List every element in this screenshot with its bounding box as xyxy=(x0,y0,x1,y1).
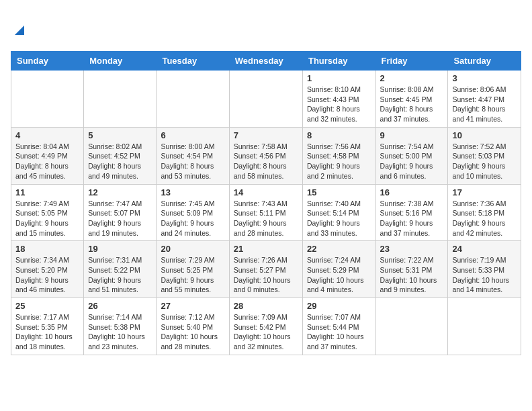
day-info: Sunrise: 8:10 AM Sunset: 4:43 PM Dayligh… xyxy=(307,85,371,124)
day-number: 29 xyxy=(307,301,371,311)
day-number: 2 xyxy=(380,73,444,83)
day-number: 5 xyxy=(88,130,152,140)
calendar-cell: 11Sunrise: 7:49 AM Sunset: 5:05 PM Dayli… xyxy=(11,184,84,241)
day-number: 18 xyxy=(15,244,79,254)
day-info: Sunrise: 7:54 AM Sunset: 5:00 PM Dayligh… xyxy=(380,142,444,181)
page-header xyxy=(11,11,521,46)
calendar-cell: 22Sunrise: 7:24 AM Sunset: 5:29 PM Dayli… xyxy=(302,241,375,298)
calendar-cell: 19Sunrise: 7:31 AM Sunset: 5:22 PM Dayli… xyxy=(84,241,157,298)
day-info: Sunrise: 7:12 AM Sunset: 5:40 PM Dayligh… xyxy=(161,312,224,352)
day-number: 12 xyxy=(88,187,152,197)
day-info: Sunrise: 8:06 AM Sunset: 4:47 PM Dayligh… xyxy=(452,85,517,124)
day-info: Sunrise: 7:58 AM Sunset: 4:56 PM Dayligh… xyxy=(234,142,298,181)
day-number: 19 xyxy=(88,244,152,254)
weekday-header: Monday xyxy=(84,52,157,71)
day-number: 23 xyxy=(380,244,444,254)
calendar-cell: 16Sunrise: 7:38 AM Sunset: 5:16 PM Dayli… xyxy=(375,184,448,241)
calendar-cell: 27Sunrise: 7:12 AM Sunset: 5:40 PM Dayli… xyxy=(157,298,229,355)
calendar-week-row: 25Sunrise: 7:17 AM Sunset: 5:35 PM Dayli… xyxy=(11,298,521,355)
day-info: Sunrise: 7:47 AM Sunset: 5:07 PM Dayligh… xyxy=(88,199,152,238)
calendar-week-row: 1Sunrise: 8:10 AM Sunset: 4:43 PM Daylig… xyxy=(11,71,521,128)
calendar-cell: 2Sunrise: 8:08 AM Sunset: 4:45 PM Daylig… xyxy=(375,71,448,128)
day-number: 9 xyxy=(380,130,444,140)
day-info: Sunrise: 7:26 AM Sunset: 5:27 PM Dayligh… xyxy=(234,255,298,295)
day-info: Sunrise: 7:38 AM Sunset: 5:16 PM Dayligh… xyxy=(380,199,444,238)
calendar-cell xyxy=(11,71,84,128)
weekday-header: Sunday xyxy=(11,52,84,71)
calendar-cell: 4Sunrise: 8:04 AM Sunset: 4:49 PM Daylig… xyxy=(11,127,84,184)
weekday-header: Thursday xyxy=(302,52,375,71)
calendar-cell: 20Sunrise: 7:29 AM Sunset: 5:25 PM Dayli… xyxy=(157,241,229,298)
calendar-header-row: SundayMondayTuesdayWednesdayThursdayFrid… xyxy=(11,52,521,71)
calendar-cell: 8Sunrise: 7:56 AM Sunset: 4:58 PM Daylig… xyxy=(302,127,375,184)
day-info: Sunrise: 7:09 AM Sunset: 5:42 PM Dayligh… xyxy=(234,312,298,352)
day-info: Sunrise: 7:07 AM Sunset: 5:44 PM Dayligh… xyxy=(307,312,371,352)
calendar-cell: 21Sunrise: 7:26 AM Sunset: 5:27 PM Dayli… xyxy=(229,241,302,298)
calendar-cell: 13Sunrise: 7:45 AM Sunset: 5:09 PM Dayli… xyxy=(157,184,229,241)
day-info: Sunrise: 7:24 AM Sunset: 5:29 PM Dayligh… xyxy=(307,255,371,295)
day-info: Sunrise: 7:22 AM Sunset: 5:31 PM Dayligh… xyxy=(380,255,444,295)
day-info: Sunrise: 7:43 AM Sunset: 5:11 PM Dayligh… xyxy=(234,199,298,238)
day-number: 7 xyxy=(234,130,298,140)
day-info: Sunrise: 7:31 AM Sunset: 5:22 PM Dayligh… xyxy=(88,255,152,295)
day-number: 28 xyxy=(234,301,298,311)
calendar-cell xyxy=(157,71,229,128)
calendar-week-row: 4Sunrise: 8:04 AM Sunset: 4:49 PM Daylig… xyxy=(11,127,521,184)
calendar-cell: 15Sunrise: 7:40 AM Sunset: 5:14 PM Dayli… xyxy=(302,184,375,241)
logo xyxy=(11,11,85,46)
weekday-header: Tuesday xyxy=(157,52,229,71)
calendar-cell: 10Sunrise: 7:52 AM Sunset: 5:03 PM Dayli… xyxy=(448,127,521,184)
day-info: Sunrise: 8:08 AM Sunset: 4:45 PM Dayligh… xyxy=(380,85,444,124)
calendar-cell: 18Sunrise: 7:34 AM Sunset: 5:20 PM Dayli… xyxy=(11,241,84,298)
calendar-cell: 17Sunrise: 7:36 AM Sunset: 5:18 PM Dayli… xyxy=(448,184,521,241)
day-number: 13 xyxy=(161,187,224,197)
calendar-cell: 6Sunrise: 8:00 AM Sunset: 4:54 PM Daylig… xyxy=(157,127,229,184)
day-number: 8 xyxy=(307,130,371,140)
calendar-cell: 12Sunrise: 7:47 AM Sunset: 5:07 PM Dayli… xyxy=(84,184,157,241)
calendar-week-row: 18Sunrise: 7:34 AM Sunset: 5:20 PM Dayli… xyxy=(11,241,521,298)
day-info: Sunrise: 7:52 AM Sunset: 5:03 PM Dayligh… xyxy=(452,142,517,181)
day-info: Sunrise: 7:29 AM Sunset: 5:25 PM Dayligh… xyxy=(161,255,224,295)
day-info: Sunrise: 7:19 AM Sunset: 5:33 PM Dayligh… xyxy=(452,255,517,295)
day-number: 1 xyxy=(307,73,371,83)
day-number: 26 xyxy=(88,301,152,311)
weekday-header: Saturday xyxy=(448,52,521,71)
calendar-cell: 5Sunrise: 8:02 AM Sunset: 4:52 PM Daylig… xyxy=(84,127,157,184)
day-number: 27 xyxy=(161,301,224,311)
calendar-cell: 14Sunrise: 7:43 AM Sunset: 5:11 PM Dayli… xyxy=(229,184,302,241)
day-number: 4 xyxy=(15,130,79,140)
day-number: 15 xyxy=(307,187,371,197)
day-info: Sunrise: 7:36 AM Sunset: 5:18 PM Dayligh… xyxy=(452,199,517,238)
day-number: 3 xyxy=(452,73,517,83)
day-number: 17 xyxy=(452,187,517,197)
day-number: 22 xyxy=(307,244,371,254)
calendar-week-row: 11Sunrise: 7:49 AM Sunset: 5:05 PM Dayli… xyxy=(11,184,521,241)
day-number: 11 xyxy=(15,187,79,197)
calendar-table: SundayMondayTuesdayWednesdayThursdayFrid… xyxy=(11,51,521,355)
day-info: Sunrise: 7:14 AM Sunset: 5:38 PM Dayligh… xyxy=(88,312,152,352)
calendar-cell: 3Sunrise: 8:06 AM Sunset: 4:47 PM Daylig… xyxy=(448,71,521,128)
day-info: Sunrise: 7:34 AM Sunset: 5:20 PM Dayligh… xyxy=(15,255,79,295)
calendar-cell xyxy=(229,71,302,128)
calendar-cell: 28Sunrise: 7:09 AM Sunset: 5:42 PM Dayli… xyxy=(229,298,302,355)
day-info: Sunrise: 8:02 AM Sunset: 4:52 PM Dayligh… xyxy=(88,142,152,181)
day-number: 14 xyxy=(234,187,298,197)
calendar-cell xyxy=(84,71,157,128)
day-info: Sunrise: 7:56 AM Sunset: 4:58 PM Dayligh… xyxy=(307,142,371,181)
calendar-cell: 26Sunrise: 7:14 AM Sunset: 5:38 PM Dayli… xyxy=(84,298,157,355)
day-info: Sunrise: 7:17 AM Sunset: 5:35 PM Dayligh… xyxy=(15,312,79,352)
calendar-cell: 29Sunrise: 7:07 AM Sunset: 5:44 PM Dayli… xyxy=(302,298,375,355)
day-number: 6 xyxy=(161,130,224,140)
calendar-cell: 23Sunrise: 7:22 AM Sunset: 5:31 PM Dayli… xyxy=(375,241,448,298)
day-info: Sunrise: 8:04 AM Sunset: 4:49 PM Dayligh… xyxy=(15,142,79,181)
calendar-cell xyxy=(448,298,521,355)
logo-arrow-icon xyxy=(12,23,27,38)
calendar-cell: 9Sunrise: 7:54 AM Sunset: 5:00 PM Daylig… xyxy=(375,127,448,184)
day-number: 20 xyxy=(161,244,224,254)
day-info: Sunrise: 7:45 AM Sunset: 5:09 PM Dayligh… xyxy=(161,199,224,238)
calendar-cell: 24Sunrise: 7:19 AM Sunset: 5:33 PM Dayli… xyxy=(448,241,521,298)
calendar-cell xyxy=(375,298,448,355)
calendar-cell: 1Sunrise: 8:10 AM Sunset: 4:43 PM Daylig… xyxy=(302,71,375,128)
day-info: Sunrise: 7:49 AM Sunset: 5:05 PM Dayligh… xyxy=(15,199,79,238)
day-number: 21 xyxy=(234,244,298,254)
